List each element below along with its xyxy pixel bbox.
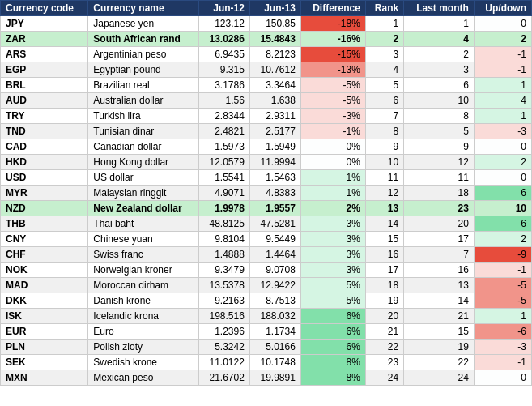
rank-value: 9 (365, 139, 403, 155)
diff-value: 6% (300, 340, 365, 355)
jun12-value: 5.3242 (198, 340, 249, 355)
last-month-value: 13 (404, 278, 475, 293)
currency-name: Argentinian peso (88, 47, 199, 62)
currency-code: THB (1, 216, 88, 232)
updown-value: -5 (474, 293, 531, 309)
rank-value: 23 (365, 355, 403, 370)
jun13-value: 1.5463 (249, 170, 300, 186)
diff-value: 3% (300, 263, 365, 278)
last-month-value: 20 (404, 216, 475, 232)
diff-value: 5% (300, 293, 365, 309)
last-month-value: 9 (404, 139, 475, 155)
currency-name: Mexican peso (88, 370, 199, 386)
jun12-value: 123.12 (198, 16, 249, 32)
currency-code: TRY (1, 109, 88, 124)
diff-value: -18% (300, 16, 365, 32)
currency-code: MAD (1, 278, 88, 293)
rank-value: 20 (365, 309, 403, 324)
updown-value: -1 (474, 62, 531, 78)
diff-value: -15% (300, 47, 365, 62)
currency-code: NOK (1, 263, 88, 278)
jun13-value: 3.3464 (249, 78, 300, 93)
jun12-value: 11.0122 (198, 355, 249, 370)
updown-value: -9 (474, 247, 531, 263)
currency-name: South African rand (88, 32, 199, 47)
rank-value: 11 (365, 170, 403, 186)
currency-table: Currency code Currency name Jun-12 Jun-1… (0, 0, 532, 386)
currency-name: US dollar (88, 170, 199, 186)
diff-value: 3% (300, 247, 365, 263)
currency-name: Danish krone (88, 293, 199, 309)
jun13-value: 1.638 (249, 93, 300, 109)
diff-value: 0% (300, 139, 365, 155)
currency-code: BRL (1, 78, 88, 93)
currency-code: ZAR (1, 32, 88, 47)
rank-value: 10 (365, 155, 403, 170)
updown-value: 1 (474, 309, 531, 324)
currency-name: Chinese yuan (88, 232, 199, 247)
header-rank: Rank (365, 1, 403, 16)
updown-value: 1 (474, 109, 531, 124)
updown-value: 1 (474, 78, 531, 93)
currency-name: Japanese yen (88, 16, 199, 32)
updown-value: -1 (474, 263, 531, 278)
rank-value: 19 (365, 293, 403, 309)
currency-name: Moroccan dirham (88, 278, 199, 293)
rank-value: 6 (365, 93, 403, 109)
diff-value: -5% (300, 78, 365, 93)
currency-name: Polish zloty (88, 340, 199, 355)
currency-code: DKK (1, 293, 88, 309)
currency-code: EGP (1, 62, 88, 78)
currency-code: MYR (1, 186, 88, 201)
rank-value: 15 (365, 232, 403, 247)
jun13-value: 188.032 (249, 309, 300, 324)
diff-value: 0% (300, 155, 365, 170)
header-updown: Up/down (474, 1, 531, 16)
currency-name: Swedish krone (88, 355, 199, 370)
last-month-value: 12 (404, 155, 475, 170)
jun13-value: 8.2123 (249, 47, 300, 62)
currency-name: Malaysian ringgit (88, 186, 199, 201)
currency-name: Brazilian real (88, 78, 199, 93)
currency-code: NZD (1, 201, 88, 216)
updown-value: 2 (474, 32, 531, 47)
jun12-value: 9.315 (198, 62, 249, 78)
currency-code: CHF (1, 247, 88, 263)
currency-name: Thai baht (88, 216, 199, 232)
updown-value: 0 (474, 16, 531, 32)
last-month-value: 23 (404, 201, 475, 216)
currency-code: MXN (1, 370, 88, 386)
currency-name: Egyptian pound (88, 62, 199, 78)
currency-code: USD (1, 170, 88, 186)
rank-value: 17 (365, 263, 403, 278)
rank-value: 2 (365, 32, 403, 47)
header-jun12: Jun-12 (198, 1, 249, 16)
jun12-value: 1.5973 (198, 139, 249, 155)
jun12-value: 12.0579 (198, 155, 249, 170)
updown-value: -3 (474, 124, 531, 139)
jun12-value: 48.8125 (198, 216, 249, 232)
diff-value: 3% (300, 216, 365, 232)
jun12-value: 1.9978 (198, 201, 249, 216)
last-month-value: 8 (404, 109, 475, 124)
jun12-value: 2.4821 (198, 124, 249, 139)
jun12-value: 2.8344 (198, 109, 249, 124)
currency-name: Australian dollar (88, 93, 199, 109)
header-difference: Difference (300, 1, 365, 16)
jun13-value: 1.9557 (249, 201, 300, 216)
updown-value: 2 (474, 232, 531, 247)
last-month-value: 17 (404, 232, 475, 247)
last-month-value: 6 (404, 78, 475, 93)
updown-value: 0 (474, 139, 531, 155)
jun13-value: 9.5449 (249, 232, 300, 247)
jun13-value: 1.1734 (249, 324, 300, 340)
diff-value: -1% (300, 124, 365, 139)
diff-value: 2% (300, 201, 365, 216)
updown-value: -6 (474, 324, 531, 340)
jun13-value: 8.7513 (249, 293, 300, 309)
currency-code: SEK (1, 355, 88, 370)
currency-name: Norweigian kroner (88, 263, 199, 278)
jun12-value: 13.0286 (198, 32, 249, 47)
currency-code: AUD (1, 93, 88, 109)
currency-name: Swiss franc (88, 247, 199, 263)
